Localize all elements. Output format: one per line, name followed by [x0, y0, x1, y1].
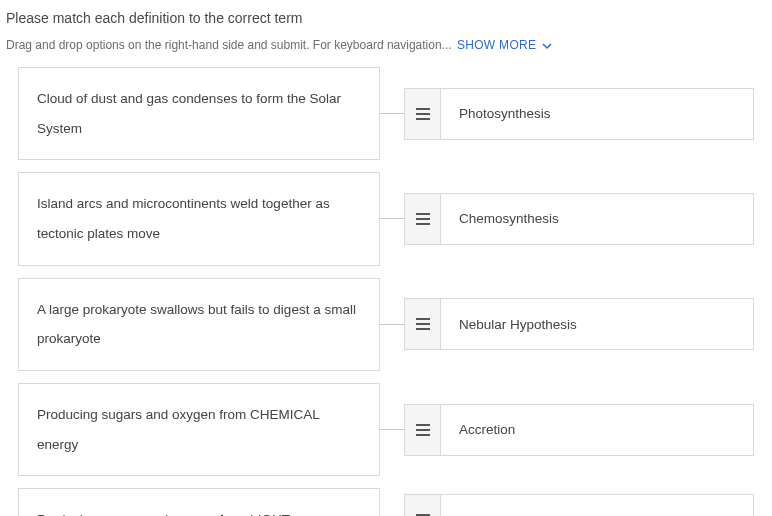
- match-row: Island arcs and microcontinents weld tog…: [18, 172, 754, 265]
- term-card[interactable]: Endosymbiotic Theory: [404, 494, 754, 516]
- definition-text: Producing sugars and oxygen from CHEMICA…: [37, 400, 361, 459]
- connector-line: [380, 429, 404, 430]
- definition-text: Cloud of dust and gas condenses to form …: [37, 84, 361, 143]
- match-rows-container: Cloud of dust and gas condenses to form …: [4, 67, 768, 516]
- connector-line: [380, 218, 404, 219]
- show-more-link[interactable]: SHOW MORE: [457, 38, 552, 52]
- match-row: Producing sugars and oxygen from LIGHT e…: [18, 488, 754, 516]
- term-card[interactable]: Nebular Hypothesis: [404, 298, 754, 350]
- definition-card: A large prokaryote swallows but fails to…: [18, 278, 380, 371]
- definition-text: Producing sugars and oxygen from LIGHT e…: [37, 505, 335, 516]
- term-label: Chemosynthesis: [441, 194, 753, 244]
- term-label: Accretion: [441, 405, 753, 455]
- definition-card: Producing sugars and oxygen from CHEMICA…: [18, 383, 380, 476]
- instructions-text: Drag and drop options on the right-hand …: [4, 38, 768, 53]
- definition-text: Island arcs and microcontinents weld tog…: [37, 189, 361, 248]
- drag-handle-icon[interactable]: [405, 405, 441, 455]
- term-card[interactable]: Photosynthesis: [404, 88, 754, 140]
- chevron-down-icon: [542, 39, 552, 53]
- drag-handle-icon[interactable]: [405, 89, 441, 139]
- drag-handle-icon[interactable]: [405, 495, 441, 516]
- definition-text: A large prokaryote swallows but fails to…: [37, 295, 361, 354]
- drag-handle-icon[interactable]: [405, 299, 441, 349]
- match-row: Cloud of dust and gas condenses to form …: [18, 67, 754, 160]
- term-label: Photosynthesis: [441, 89, 753, 139]
- instructions-prefix: Drag and drop options on the right-hand …: [6, 38, 452, 52]
- connector-line: [380, 324, 404, 325]
- question-title: Please match each definition to the corr…: [4, 10, 768, 26]
- term-label: Endosymbiotic Theory: [441, 495, 753, 516]
- term-card[interactable]: Accretion: [404, 404, 754, 456]
- definition-card: Cloud of dust and gas condenses to form …: [18, 67, 380, 160]
- connector-line: [380, 113, 404, 114]
- definition-card: Producing sugars and oxygen from LIGHT e…: [18, 488, 380, 516]
- show-more-label: SHOW MORE: [457, 38, 536, 52]
- term-label: Nebular Hypothesis: [441, 299, 753, 349]
- match-row: Producing sugars and oxygen from CHEMICA…: [18, 383, 754, 476]
- drag-handle-icon[interactable]: [405, 194, 441, 244]
- term-card[interactable]: Chemosynthesis: [404, 193, 754, 245]
- match-row: A large prokaryote swallows but fails to…: [18, 278, 754, 371]
- definition-card: Island arcs and microcontinents weld tog…: [18, 172, 380, 265]
